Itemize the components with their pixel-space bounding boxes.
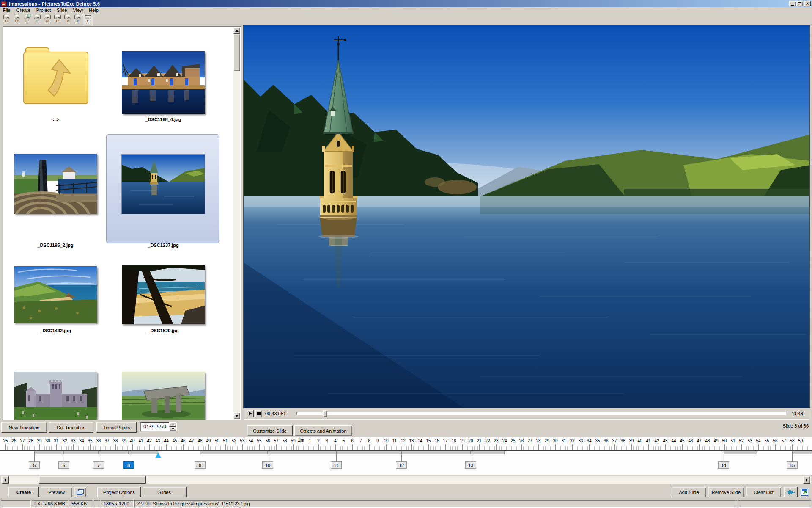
timeline[interactable]: 2526272829303132333435363738394041424344… [0,437,812,475]
timed-points-button[interactable]: Timed Points [96,422,137,433]
ruler-second-label: 57 [779,439,788,443]
scrollbar-thumb[interactable] [233,34,240,71]
slide-marker-12[interactable]: 12 [396,461,407,469]
ruler-tick [631,444,632,450]
stop-icon [257,412,261,415]
ruler-second-label: 44 [162,439,171,443]
drive-button-g[interactable]: G: [42,14,52,25]
slide-duration-bar [792,451,812,454]
file-panel-scrollbar[interactable] [233,27,240,419]
slide-marker-8[interactable]: 8 [123,461,134,469]
scroll-up-button[interactable] [233,27,240,34]
ruler-tick [708,444,708,450]
timeline-cursor[interactable] [155,452,161,458]
ruler-tick [496,444,497,450]
slide-marker-14[interactable]: 14 [718,461,729,469]
slide-marker-11[interactable]: 11 [331,461,342,469]
create-button[interactable]: Create [8,487,39,497]
slide-marker-7[interactable]: 7 [93,461,104,469]
objects-animation-button[interactable]: Objects and Animation [294,425,352,436]
slide-marker-10[interactable]: 10 [262,461,273,469]
preview-button[interactable]: Preview [41,487,72,497]
drive-button-j[interactable]: J: [73,14,83,25]
maximize-button[interactable] [796,1,803,6]
ruler-second-label: 14 [415,439,425,443]
menu-project[interactable]: Project [33,7,54,13]
seek-track[interactable] [296,412,786,415]
spin-down-button[interactable] [169,427,176,431]
project-options-button[interactable]: Project Options [97,487,141,497]
ruler-tick [39,444,40,450]
play-button[interactable] [247,410,254,417]
title-bar[interactable]: Impressions - PicturesToExe Deluxe 5.6 × [0,0,812,7]
stop-button[interactable] [255,410,262,417]
menu-slide[interactable]: Slide [54,7,70,13]
drive-button-i[interactable]: I: [63,14,73,25]
ruler-second-label: 42 [652,439,661,443]
ruler-second-label: 54 [246,439,255,443]
spin-up-button[interactable] [169,422,176,427]
thumbnail-dolmen[interactable] [118,372,209,420]
new-transition-button[interactable]: New Transition [1,422,47,433]
scroll-down-button[interactable] [233,412,240,419]
thumbnail-dsc1188[interactable]: _DSC1188_4.jpg [118,39,209,124]
menu-file[interactable]: File [0,7,14,13]
ruler-tick [192,444,192,450]
drive-button-z[interactable]: Z: [83,14,93,25]
minute-marker: 1m [298,437,304,442]
ruler-tick [665,444,666,450]
ruler-second-label: 36 [601,439,611,443]
slide-marker-6[interactable]: 6 [58,461,69,469]
menu-view[interactable]: View [70,7,86,13]
thumbnail-dsc1237[interactable]: _DSC1237.jpg [118,152,209,237]
thumbnail-image [122,265,205,324]
drive-button-f[interactable]: F: [32,14,42,25]
cut-transition-button[interactable]: Cut Transition [49,422,93,433]
timeline-scrollbar[interactable] [1,476,811,484]
thumbnail-dsc1492[interactable]: _DSC1492.jpg [10,264,101,337]
scroll-right-button[interactable] [803,476,810,484]
customize-slide-button[interactable]: Customize Slide [247,425,293,436]
remove-slide-button[interactable]: Remove Slide [708,487,744,497]
ruler-second-label: 35 [593,439,602,443]
drive-label: I: [67,19,69,23]
minimize-button[interactable] [789,1,796,6]
slide-marker-15[interactable]: 15 [787,461,798,469]
drive-button-e[interactable]: E: [22,14,32,25]
close-button[interactable]: × [804,1,811,6]
thumbnail-label: _DSC1520.jpg [118,328,209,333]
slide-preview[interactable] [244,25,809,408]
ruler-tick [251,444,251,450]
ruler-tick [699,444,700,450]
slide-marker-9[interactable]: 9 [195,461,206,469]
drive-button-c[interactable]: C: [2,14,12,25]
ruler-tick [352,444,353,450]
thumbnail-cathedral[interactable] [10,372,101,420]
ruler-tick [149,444,150,450]
transition-time-field[interactable]: 0:39.550 [140,422,177,431]
drive-button-h[interactable]: H: [52,14,63,25]
ruler-tick [445,444,446,450]
fullscreen-toggle-button[interactable] [801,489,808,496]
seek-handle[interactable] [323,410,327,417]
ruler-tick [208,444,209,450]
slide-marker-stem [200,451,200,461]
ruler-second-label: 30 [551,439,560,443]
folder-up-item[interactable]: <..> [10,39,101,124]
thumbnail-dsc1520[interactable]: _DSC1520.jpg [118,264,209,337]
scrollbar-thumb[interactable] [39,476,146,484]
slide-marker-stem [64,451,64,461]
slide-marker-5[interactable]: 5 [29,461,40,469]
menu-create[interactable]: Create [14,7,33,13]
menu-help[interactable]: Help [86,7,102,13]
slide-duration-bar [129,451,158,454]
add-slide-button[interactable]: Add Slide [672,487,706,497]
thumbnail-dsc1195[interactable]: _DSC1195_2.jpg [10,152,101,237]
scroll-left-button[interactable] [2,476,9,484]
slide-marker-13[interactable]: 13 [465,461,476,469]
waveform-button[interactable] [784,487,798,497]
quick-preview-button[interactable] [74,487,86,497]
slides-button[interactable]: Slides [143,487,187,497]
clear-list-button[interactable]: Clear List [746,487,781,497]
drive-button-d[interactable]: D: [12,14,22,25]
